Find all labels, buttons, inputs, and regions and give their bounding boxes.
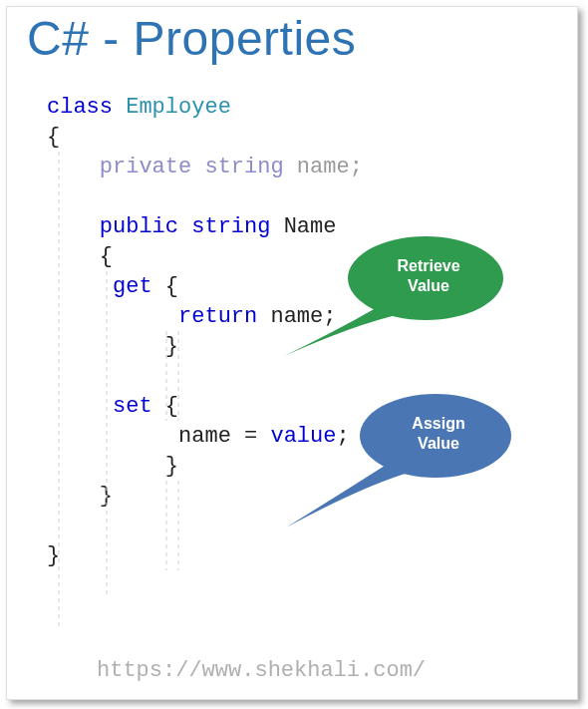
keyword-string: string [204, 155, 283, 179]
keyword-get: get [113, 274, 152, 299]
callout-retrieve-line1: Retrieve [397, 257, 459, 274]
callout-assign: Assign Value [286, 394, 525, 543]
keyword-string: string [191, 214, 270, 239]
keyword-private: private [100, 155, 191, 179]
callout-retrieve: Retrieve Value [276, 236, 515, 376]
class-name: Employee [126, 95, 231, 120]
callout-retrieve-line2: Value [408, 277, 449, 294]
equals: = [244, 424, 257, 449]
brace-open: { [165, 274, 178, 299]
document-card: C# - Properties class Employee { private… [6, 6, 578, 700]
footer-url: https://www.shekhali.com/ [97, 658, 426, 683]
keyword-public: public [100, 214, 178, 239]
semicolon: ; [350, 155, 363, 179]
brace-open: { [47, 125, 60, 150]
field-name: name [297, 155, 350, 179]
assign-target: name [178, 424, 231, 449]
brace-close: } [165, 454, 178, 479]
document-title: C# - Properties [27, 11, 356, 66]
brace-open: { [165, 394, 178, 419]
keyword-return: return [178, 304, 257, 329]
callout-assign-line2: Value [418, 435, 459, 452]
brace-open: { [100, 244, 113, 269]
keyword-class: class [47, 95, 113, 120]
callout-assign-line1: Assign [412, 415, 464, 432]
brace-close: } [47, 543, 60, 568]
brace-close: } [165, 334, 178, 359]
keyword-set: set [113, 394, 152, 419]
brace-close: } [100, 484, 113, 509]
